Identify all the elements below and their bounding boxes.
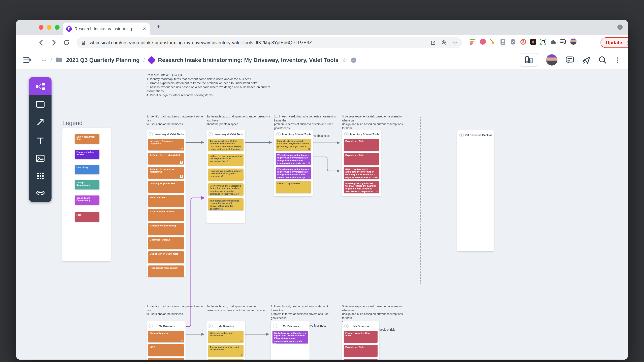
tool-more-shapes-icon[interactable] [36,172,44,180]
sticky-card[interactable]: Refactor Scheduer to Material UI1 [148,167,184,179]
sticky-card[interactable]: We believe we will achieve a higher Sell… [272,331,308,344]
extension-icon-red-s[interactable]: S [520,38,526,45]
add-card-button[interactable]: + [273,324,277,328]
sticky-card[interactable]: Funnel dropoff within flows [344,331,378,343]
extension-icon-shield[interactable] [510,38,516,45]
sticky-card[interactable]: Are we gathering the right information?≡ [208,345,244,357]
sticky-card[interactable]: Risk: If sellers don't anticipate the in… [344,167,379,179]
sticky-card[interactable]: Will increased onboarding reduce the fro… [208,198,244,210]
column-inventory-questions[interactable]: +Inventory & Valet Tools Are we providin… [206,129,245,223]
add-card-button[interactable]: + [148,324,153,328]
extension-icon-bars[interactable] [469,38,476,45]
tool-text-icon[interactable] [36,136,44,144]
extension-icon-pink[interactable] [480,38,486,45]
column-mydriveway-risks[interactable]: +My Driveway Funnel dropoff within flows… [342,321,379,360]
tool-shape-icon[interactable] [36,101,45,108]
add-card-button[interactable]: + [148,132,153,136]
search-icon[interactable] [598,56,606,64]
update-browser-button[interactable]: Update ⋮ [600,37,628,48]
column-q3-research-backlog[interactable]: +Q3 Research Backlog [457,130,494,251]
collaborator-avatar[interactable] [546,54,558,65]
tool-link-icon[interactable] [36,190,45,195]
column-mydriveway-epics[interactable]: +My Driveway Signup Refactor≡ Epic Epic [146,321,186,360]
add-card-button[interactable]: + [208,132,213,136]
extension-icon-broom[interactable] [490,38,496,45]
zoom-icon[interactable] [441,40,448,46]
sticky-card[interactable]: We believe we will achieve a higher Sell… [276,153,311,165]
share-icon[interactable] [430,40,436,45]
new-tab-button[interactable]: + [156,23,160,30]
add-card-button[interactable]: + [276,132,280,136]
browser-profile-avatar[interactable] [570,38,577,45]
tab-search-icon[interactable]: ⌄ [618,24,623,30]
legend-panel[interactable]: Epic = Roadmap Item Feature = Value Stre… [62,128,111,261]
maximize-window-button[interactable] [55,25,60,30]
address-bar[interactable]: whimsical.com/research-intake-brainstorm… [76,37,462,48]
sidebar-toggle-icon[interactable] [23,57,32,63]
sticky-card[interactable]: Out-of-Market Customers [148,251,184,263]
sticky-card[interactable]: Signup Refactor≡ [148,331,184,342]
whiteboard-canvas[interactable]: Legend Epic = Roadmap Item Feature = Val… [16,69,628,360]
extension-icon-playlist[interactable] [560,38,567,45]
bookmark-star-icon[interactable]: ☆ [452,40,457,45]
sticky-card[interactable]: *Offer Screen Refresh [148,209,184,221]
add-card-button[interactable]: + [344,132,348,136]
tool-connector-icon[interactable] [36,118,44,126]
reload-icon[interactable] [63,39,70,46]
sticky-card[interactable]: Integrated Customer Payments [148,139,184,150]
legend-item-feature[interactable]: Feature = Value Stream [75,150,100,159]
add-card-button[interactable]: + [459,133,464,137]
column-inventory-epics[interactable]: +Inventory & Valet Tools Integrated Cust… [146,129,186,277]
column-mydriveway-questions[interactable]: +My Driveway When we gather user informa… [206,321,245,360]
sticky-card[interactable]: Is offer value the overriding factor for… [208,183,244,195]
extension-icon-screenshot[interactable] [540,38,546,45]
sticky-card[interactable]: Is there a risk to introducing the stepp… [208,154,244,166]
sticky-card[interactable]: *Customer Onboarding [148,223,184,235]
close-window-button[interactable] [39,25,44,30]
tool-sticky-mode[interactable] [29,77,52,95]
column-mydriveway-hypotheses[interactable]: +My Driveway We believe we will achieve … [271,321,310,360]
sticky-card[interactable]: Reschedule Appointment [148,266,184,277]
share-send-icon[interactable] [582,56,590,64]
legend-item-risk[interactable]: Risk [75,212,100,222]
legend-item-epic[interactable]: Epic = Roadmap Item [75,134,100,144]
column-inventory-risks[interactable]: +Inventory & Valet Tools Experience Risk… [342,129,381,196]
boards-panel-button[interactable] [520,53,538,67]
sticky-card[interactable]: Epic [148,358,184,360]
tab-close-icon[interactable]: ✕ [143,26,146,31]
legend-item-user-story[interactable]: User Story [75,165,100,174]
sticky-card[interactable]: Experience Risk [344,153,379,165]
sticky-card[interactable]: How can we develop greater trust and aut… [208,169,244,181]
sticky-card[interactable]: Document Upload [148,237,184,249]
sticky-card[interactable]: We believe we will achieve a higher Sell… [276,167,311,179]
sticky-card[interactable]: Experience Risk [344,359,378,360]
sticky-card[interactable]: Is it better to gather user information … [208,359,244,360]
browser-tab[interactable]: F Research Intake brainstorming ✕ [63,22,150,34]
minimize-window-button[interactable] [47,25,52,30]
column-inventory-hypotheses[interactable]: +Inventory & Valet Tools Hypothesis, Int… [274,129,313,196]
sticky-card[interactable]: Experience Risk [344,345,378,357]
sticky-card[interactable]: Hypothesis, Integrated Customer Payments… [276,139,311,151]
sticky-card[interactable]: Email Refresh [148,195,184,207]
legend-item-design-dependency[interactable]: Design Dependency [75,180,100,189]
sticky-card[interactable]: Lean UX Hypothesis [276,181,311,193]
favorite-star-icon[interactable]: ☆ [342,57,348,63]
extension-icon-flashlight[interactable] [500,38,506,45]
add-card-button[interactable]: + [208,324,213,328]
more-menu-icon[interactable]: ⋮ [614,56,621,63]
breadcrumb-folder[interactable]: 2021 Q3 Quarterly Planning [66,57,140,63]
sticky-card[interactable]: Epic [148,344,184,356]
comments-icon[interactable] [566,56,574,64]
legend-item-cross-team[interactable]: Cross-Team Dependency [75,195,100,205]
extension-icon-flame[interactable] [530,38,536,45]
extension-icon-puzzle[interactable] [550,38,557,45]
breadcrumb-more-button[interactable]: ••• [42,58,47,62]
back-icon[interactable] [38,39,45,46]
forward-icon[interactable] [50,39,57,46]
sticky-card[interactable]: Experience Risk [344,139,379,151]
sticky-card[interactable]: When we gather user information≡ [208,331,244,343]
sticky-card[interactable]: Refactor Sell to Material UI1 [148,153,184,164]
sticky-card[interactable]: Are we providing digital payment tools t… [208,139,244,151]
sticky-card[interactable]: Landing Page Refresh [148,181,184,193]
sticky-card[interactable]: If we require login to Sell, we may redu… [344,181,379,193]
